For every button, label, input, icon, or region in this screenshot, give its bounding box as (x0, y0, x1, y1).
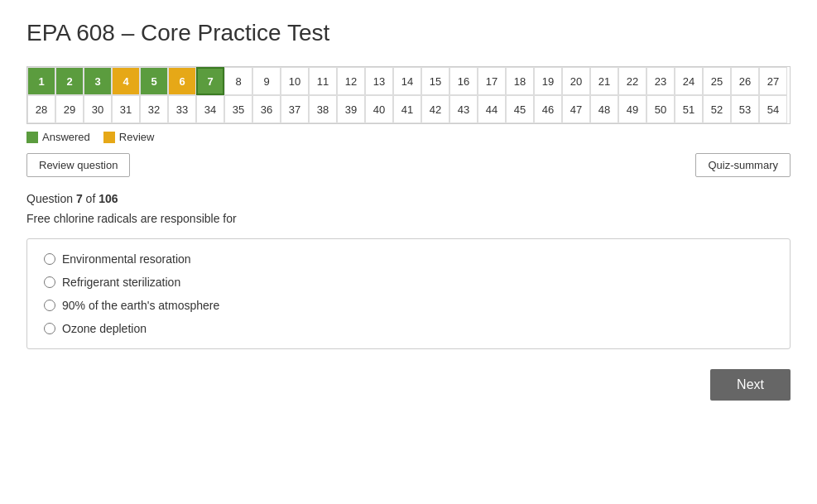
grid-cell-19[interactable]: 19 (534, 67, 562, 95)
grid-cell-8[interactable]: 8 (224, 67, 252, 95)
question-separator: of (83, 192, 99, 205)
grid-cell-52[interactable]: 52 (703, 95, 731, 123)
grid-cell-9[interactable]: 9 (252, 67, 281, 95)
grid-cell-6[interactable]: 6 (168, 67, 196, 95)
grid-cell-27[interactable]: 27 (759, 67, 787, 95)
question-text: Free chlorine radicals are responsible f… (26, 212, 791, 225)
grid-cell-42[interactable]: 42 (421, 95, 449, 123)
grid-cell-44[interactable]: 44 (478, 95, 506, 123)
bottom-bar: Next (26, 369, 791, 401)
answer-label-d: Ozone depletion (62, 322, 147, 335)
grid-cell-30[interactable]: 30 (84, 95, 112, 123)
question-grid: 1234567891011121314151617181920212223242… (27, 67, 790, 123)
question-total: 106 (99, 192, 118, 205)
grid-cell-28[interactable]: 28 (27, 95, 55, 123)
grid-cell-12[interactable]: 12 (337, 67, 365, 95)
grid-cell-7[interactable]: 7 (196, 67, 224, 95)
grid-cell-48[interactable]: 48 (590, 95, 618, 123)
answer-option-d[interactable]: Ozone depletion (44, 322, 773, 335)
answer-box: Environmental resorationRefrigerant ster… (26, 238, 791, 349)
legend: Answered Review (26, 131, 791, 143)
grid-cell-10[interactable]: 10 (281, 67, 309, 95)
legend-answered: Answered (26, 131, 90, 143)
question-info: Question 7 of 106 (26, 192, 791, 205)
grid-cell-31[interactable]: 31 (112, 95, 140, 123)
grid-cell-13[interactable]: 13 (365, 67, 393, 95)
grid-cell-45[interactable]: 45 (506, 95, 534, 123)
answer-option-b[interactable]: Refrigerant sterilization (44, 276, 773, 289)
quiz-summary-button[interactable]: Quiz-summary (695, 153, 791, 177)
grid-cell-17[interactable]: 17 (478, 67, 506, 95)
grid-cell-33[interactable]: 33 (168, 95, 196, 123)
grid-cell-47[interactable]: 47 (562, 95, 590, 123)
grid-cell-2[interactable]: 2 (55, 67, 84, 95)
grid-cell-36[interactable]: 36 (252, 95, 281, 123)
toolbar: Review question Quiz-summary (26, 153, 791, 177)
grid-cell-43[interactable]: 43 (449, 95, 478, 123)
review-box (103, 132, 115, 143)
question-prefix: Question (26, 192, 76, 205)
answer-radio-d[interactable] (44, 323, 55, 334)
grid-cell-3[interactable]: 3 (84, 67, 112, 95)
grid-cell-46[interactable]: 46 (534, 95, 562, 123)
answer-option-a[interactable]: Environmental resoration (44, 252, 773, 266)
grid-cell-24[interactable]: 24 (675, 67, 703, 95)
grid-cell-18[interactable]: 18 (506, 67, 534, 95)
grid-cell-15[interactable]: 15 (421, 67, 449, 95)
grid-cell-26[interactable]: 26 (731, 67, 759, 95)
grid-cell-29[interactable]: 29 (55, 95, 84, 123)
grid-cell-20[interactable]: 20 (562, 67, 590, 95)
grid-cell-40[interactable]: 40 (365, 95, 393, 123)
question-current: 7 (76, 192, 83, 205)
grid-cell-53[interactable]: 53 (731, 95, 759, 123)
grid-cell-54[interactable]: 54 (759, 95, 787, 123)
legend-review: Review (103, 131, 155, 143)
grid-cell-50[interactable]: 50 (646, 95, 675, 123)
grid-cell-35[interactable]: 35 (224, 95, 252, 123)
grid-cell-38[interactable]: 38 (309, 95, 337, 123)
grid-cell-39[interactable]: 39 (337, 95, 365, 123)
page-title: EPA 608 – Core Practice Test (26, 20, 791, 46)
question-grid-wrapper: 1234567891011121314151617181920212223242… (26, 66, 791, 124)
answer-radio-a[interactable] (44, 253, 55, 265)
grid-cell-41[interactable]: 41 (393, 95, 421, 123)
answered-box (26, 132, 38, 143)
grid-cell-37[interactable]: 37 (281, 95, 309, 123)
grid-cell-23[interactable]: 23 (646, 67, 675, 95)
grid-cell-16[interactable]: 16 (449, 67, 478, 95)
answer-option-c[interactable]: 90% of the earth's atmosphere (44, 299, 773, 312)
grid-cell-21[interactable]: 21 (590, 67, 618, 95)
review-label: Review (119, 131, 155, 143)
grid-cell-25[interactable]: 25 (703, 67, 731, 95)
answered-label: Answered (42, 131, 90, 143)
answer-radio-c[interactable] (44, 300, 55, 311)
grid-cell-1[interactable]: 1 (27, 67, 55, 95)
grid-cell-34[interactable]: 34 (196, 95, 224, 123)
grid-cell-22[interactable]: 22 (618, 67, 646, 95)
grid-cell-14[interactable]: 14 (393, 67, 421, 95)
answer-radio-b[interactable] (44, 276, 55, 288)
grid-cell-11[interactable]: 11 (309, 67, 337, 95)
review-question-button[interactable]: Review question (26, 153, 130, 177)
answer-label-a: Environmental resoration (62, 252, 191, 266)
grid-cell-51[interactable]: 51 (675, 95, 703, 123)
answer-label-b: Refrigerant sterilization (62, 276, 180, 289)
answer-label-c: 90% of the earth's atmosphere (62, 299, 219, 312)
grid-cell-49[interactable]: 49 (618, 95, 646, 123)
next-button[interactable]: Next (710, 369, 791, 401)
grid-cell-32[interactable]: 32 (140, 95, 168, 123)
grid-cell-4[interactable]: 4 (112, 67, 140, 95)
grid-cell-5[interactable]: 5 (140, 67, 168, 95)
